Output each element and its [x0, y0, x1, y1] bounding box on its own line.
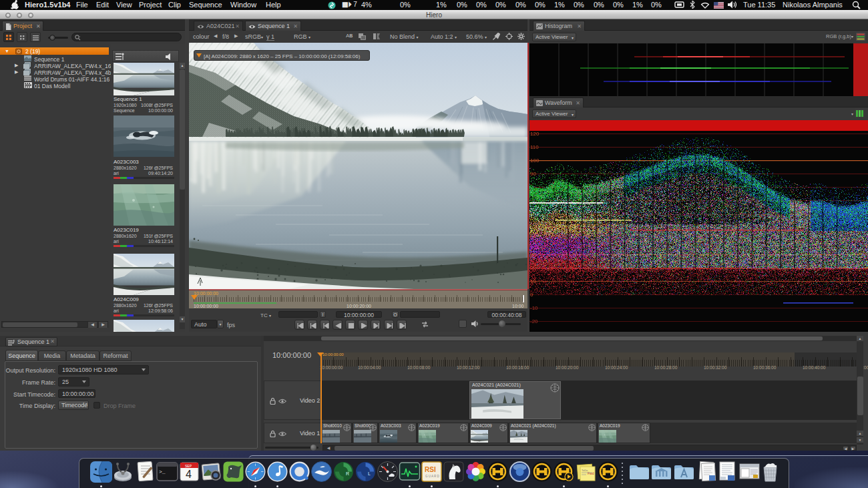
svg-text:R: R — [346, 471, 349, 476]
svg-text:RSI: RSI — [425, 466, 436, 473]
svg-text:G U A R D: G U A R D — [425, 475, 440, 478]
svg-text:>_: >_ — [159, 469, 166, 475]
svg-text:4: 4 — [186, 469, 192, 480]
svg-text:SEP: SEP — [185, 464, 192, 468]
svg-text:Fwd: Fwd — [588, 471, 594, 475]
svg-text:L: L — [368, 471, 371, 476]
